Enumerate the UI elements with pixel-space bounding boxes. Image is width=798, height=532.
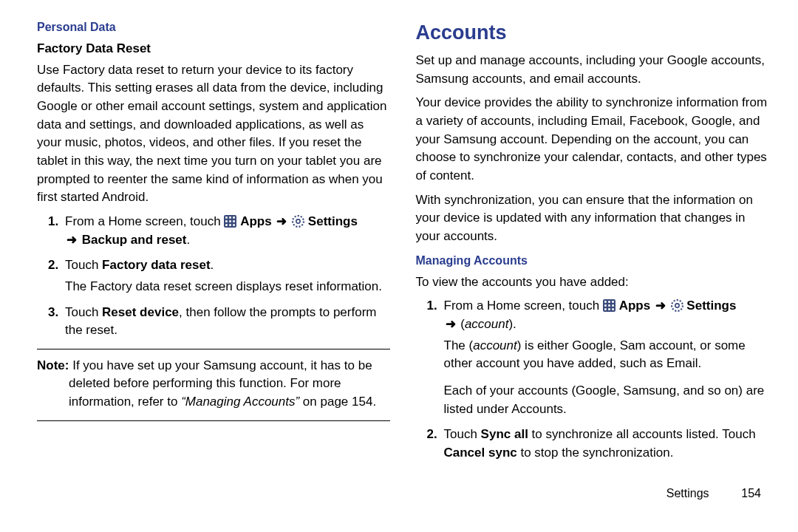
section-title: Accounts bbox=[416, 18, 769, 47]
svg-point-10 bbox=[293, 216, 304, 227]
left-intro: Use Factory data reset to return your de… bbox=[37, 61, 390, 207]
page: Personal Data Factory Data Reset Use Fac… bbox=[0, 0, 798, 532]
svg-rect-13 bbox=[604, 301, 607, 304]
right-steps: From a Home screen, touch Apps ➜ Setting… bbox=[416, 297, 769, 462]
arrow-icon: ➜ bbox=[66, 233, 77, 247]
arrow-icon: ➜ bbox=[276, 214, 287, 228]
arrow-icon: ➜ bbox=[655, 299, 666, 313]
left-steps: From a Home screen, touch Apps ➜ Setting… bbox=[37, 213, 390, 340]
svg-rect-5 bbox=[230, 220, 232, 222]
svg-point-23 bbox=[675, 304, 678, 307]
right-p2: Your device provides the ability to sync… bbox=[416, 94, 769, 185]
svg-rect-2 bbox=[230, 216, 232, 219]
svg-rect-8 bbox=[230, 224, 232, 226]
right-column: Accounts Set up and manage accounts, inc… bbox=[416, 18, 769, 525]
svg-rect-20 bbox=[608, 309, 610, 311]
svg-rect-21 bbox=[612, 309, 614, 311]
svg-rect-18 bbox=[612, 305, 614, 307]
svg-rect-7 bbox=[226, 224, 228, 226]
svg-rect-3 bbox=[233, 216, 236, 219]
right-p3: With synchronization, you can ensure tha… bbox=[416, 191, 769, 246]
note: Note: If you have set up your Samsung ac… bbox=[37, 357, 390, 412]
separator bbox=[37, 349, 390, 349]
right-p1: Set up and manage accounts, including yo… bbox=[416, 52, 769, 88]
svg-rect-6 bbox=[233, 220, 236, 222]
right-blue-head: Managing Accounts bbox=[416, 252, 769, 269]
apps-icon bbox=[603, 299, 615, 312]
svg-rect-9 bbox=[233, 224, 236, 226]
left-step-2: Touch Factory data reset. The Factory da… bbox=[62, 256, 390, 296]
left-blue-head: Personal Data bbox=[37, 18, 390, 35]
svg-rect-16 bbox=[604, 305, 607, 307]
svg-rect-1 bbox=[226, 216, 228, 219]
footer-section: Settings bbox=[666, 485, 709, 502]
footer-page-number: 154 bbox=[727, 485, 761, 502]
gear-icon bbox=[671, 299, 683, 312]
separator bbox=[37, 420, 390, 421]
right-step-1: From a Home screen, touch Apps ➜ Setting… bbox=[441, 297, 769, 418]
right-step-2: Touch Sync all to synchronize all accoun… bbox=[441, 426, 769, 462]
right-lead: To view the accounts you have added: bbox=[416, 273, 769, 292]
left-column: Personal Data Factory Data Reset Use Fac… bbox=[37, 18, 390, 525]
left-step-1: From a Home screen, touch Apps ➜ Setting… bbox=[62, 213, 390, 249]
arrow-icon: ➜ bbox=[446, 317, 456, 331]
svg-rect-14 bbox=[608, 301, 610, 304]
left-black-head: Factory Data Reset bbox=[37, 40, 390, 58]
svg-rect-15 bbox=[612, 301, 614, 304]
svg-point-11 bbox=[296, 219, 300, 223]
apps-icon bbox=[224, 215, 236, 228]
svg-rect-19 bbox=[604, 309, 607, 311]
page-footer: Settings 154 bbox=[416, 485, 769, 502]
svg-point-22 bbox=[672, 300, 683, 311]
svg-rect-4 bbox=[226, 220, 228, 222]
gear-icon bbox=[292, 215, 304, 228]
left-step-3: Touch Reset device, then follow the prom… bbox=[62, 304, 390, 340]
svg-rect-17 bbox=[608, 305, 610, 307]
